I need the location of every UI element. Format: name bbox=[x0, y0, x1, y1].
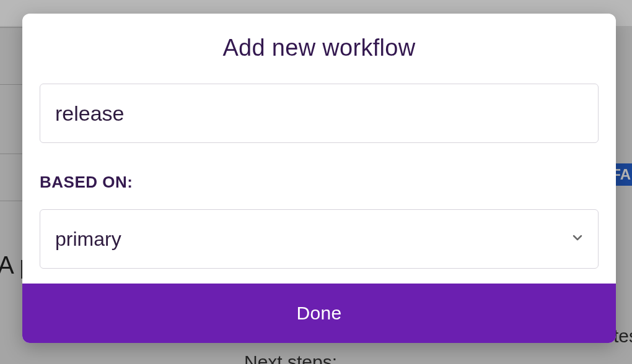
add-workflow-modal: Add new workflow BASED ON: primary Done bbox=[22, 14, 616, 343]
based-on-selected-value: primary bbox=[55, 228, 121, 251]
modal-title: Add new workflow bbox=[40, 35, 599, 61]
done-button[interactable]: Done bbox=[22, 284, 616, 343]
based-on-select[interactable]: primary bbox=[40, 209, 599, 269]
based-on-label: BASED ON: bbox=[40, 173, 599, 192]
workflow-name-input[interactable] bbox=[40, 84, 599, 143]
